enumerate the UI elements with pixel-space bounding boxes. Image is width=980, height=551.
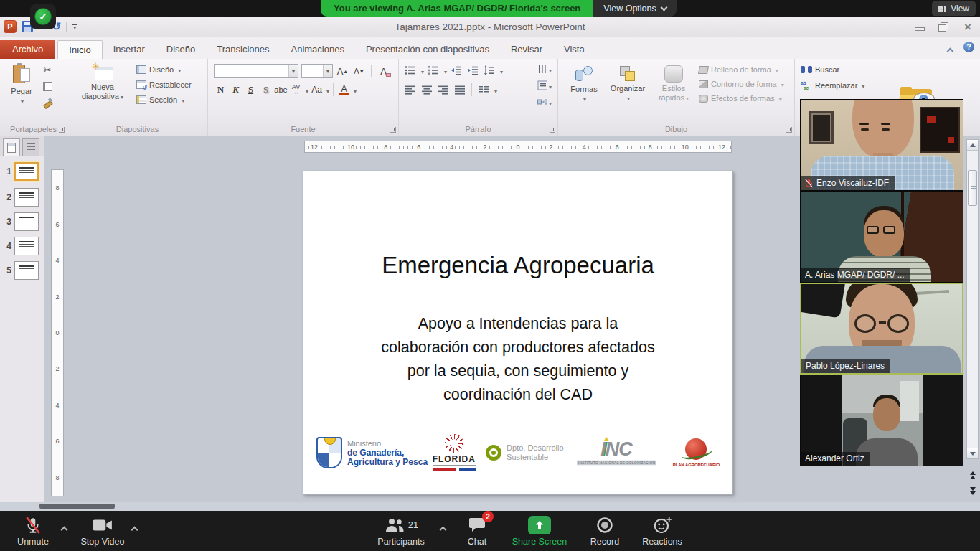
shape-effects-button[interactable]: Efectos de formas <box>699 94 784 103</box>
dialog-launcher-icon[interactable] <box>550 127 555 133</box>
find-button[interactable]: Buscar <box>801 65 864 74</box>
view-options-button[interactable]: View Options <box>593 0 676 17</box>
gallery-view-button[interactable]: View <box>932 1 976 16</box>
shape-fill-button[interactable]: Relleno de forma <box>699 65 784 74</box>
align-left-button[interactable] <box>403 83 418 96</box>
section-button[interactable]: Sección <box>136 95 192 104</box>
tab-vista[interactable]: Vista <box>553 40 595 59</box>
chevron-down-icon <box>352 83 357 96</box>
scroll-up-button[interactable] <box>967 140 978 151</box>
align-text-button[interactable] <box>537 79 552 92</box>
minimize-button[interactable] <box>914 22 924 32</box>
quick-styles-button[interactable]: Estilos rápidos <box>653 65 694 103</box>
slide-thumbnail-2[interactable]: 2 <box>3 188 39 207</box>
participants-options-chevron[interactable] <box>440 522 448 529</box>
new-slide-button[interactable]: ✳ Nueva diapositiva <box>76 63 129 102</box>
character-spacing-button[interactable]: AV↔ <box>289 83 303 97</box>
numbering-button[interactable] <box>426 64 440 77</box>
smartart-button[interactable] <box>537 95 552 108</box>
reset-button[interactable]: Restablecer <box>136 80 192 89</box>
paste-button[interactable]: Pegar <box>6 63 37 106</box>
clear-formatting-button[interactable]: A <box>377 64 390 78</box>
tab-presentacion[interactable]: Presentación con diapositivas <box>355 40 500 59</box>
format-painter-button[interactable] <box>42 98 53 108</box>
italic-button[interactable]: K <box>229 83 242 97</box>
video-options-chevron[interactable] <box>132 522 139 529</box>
chat-badge: 2 <box>482 511 494 522</box>
chat-button[interactable]: 2 Chat <box>456 515 498 547</box>
line-spacing-button[interactable] <box>482 64 496 77</box>
dialog-launcher-icon[interactable] <box>59 127 65 133</box>
scroll-down-button[interactable] <box>967 448 978 458</box>
next-slide-button[interactable] <box>967 484 979 498</box>
copy-button[interactable] <box>42 81 53 91</box>
justify-button[interactable] <box>453 83 467 96</box>
underline-button[interactable]: S <box>244 83 258 97</box>
shrink-font-button[interactable]: A▼ <box>352 64 366 78</box>
arrange-button[interactable]: Organizar <box>606 65 650 103</box>
align-center-button[interactable] <box>420 83 434 96</box>
participants-button[interactable]: 21 Participants <box>363 515 439 547</box>
share-screen-button[interactable]: Share Screen <box>509 515 570 547</box>
slide-canvas[interactable]: Emergencia Agropecuaria Apoyo a Intenden… <box>303 171 733 495</box>
tab-insertar[interactable]: Insertar <box>103 40 156 59</box>
text-shadow-button[interactable]: S <box>259 83 273 97</box>
strikethrough-button[interactable]: abe <box>274 83 288 97</box>
restore-button[interactable] <box>938 22 948 32</box>
columns-button[interactable] <box>476 83 491 96</box>
stop-video-button[interactable]: Stop Video <box>75 515 131 547</box>
reactions-button[interactable]: Reactions <box>636 515 689 547</box>
previous-slide-button[interactable] <box>967 468 979 482</box>
record-button[interactable]: Record <box>580 515 630 547</box>
shape-outline-button[interactable]: Contorno de forma <box>699 80 784 88</box>
bullets-button[interactable] <box>403 64 418 77</box>
slide-thumbnail-3[interactable]: 3 <box>3 212 39 231</box>
font-color-button[interactable]: A <box>337 83 351 97</box>
powerpoint-app-icon[interactable]: P <box>4 20 17 33</box>
tab-revisar[interactable]: Revisar <box>500 40 553 59</box>
dialog-launcher-icon[interactable] <box>786 127 792 133</box>
meeting-info-button[interactable]: ✓ <box>30 4 56 29</box>
participant-tile[interactable]: Enzo Viscailuz-IDF <box>800 99 963 191</box>
participant-tile-active-speaker[interactable]: Pablo López-Linares <box>800 283 963 375</box>
chevron-down-icon <box>660 4 667 11</box>
slide-thumbnail-4[interactable]: 4 <box>3 237 39 255</box>
decrease-indent-button[interactable] <box>449 64 463 77</box>
unmute-button[interactable]: Unmute <box>10 515 56 547</box>
layout-button[interactable]: Diseño <box>136 65 192 74</box>
tab-animaciones[interactable]: Animaciones <box>280 40 354 59</box>
scrollbar-thumb[interactable] <box>968 170 977 206</box>
shapes-button[interactable]: Formas <box>565 65 603 104</box>
dialog-launcher-icon[interactable] <box>390 127 396 133</box>
grow-font-button[interactable]: A▲ <box>336 64 349 78</box>
font-size-combo[interactable]: ▾ <box>301 64 333 78</box>
font-name-combo[interactable]: ▾ <box>214 64 298 78</box>
text-direction-button[interactable] <box>537 62 552 75</box>
font-row-2: N K S S abe AV↔ Aa A <box>214 83 357 97</box>
tab-inicio[interactable]: Inicio <box>57 40 102 59</box>
slide-thumbnail-5[interactable]: 5 <box>3 261 39 280</box>
qat-customize-button[interactable]: ▾ <box>72 24 77 29</box>
tab-esquema[interactable] <box>22 138 39 156</box>
tab-diapositivas[interactable] <box>3 138 20 156</box>
slide-thumbnail-1[interactable]: 1 <box>3 162 39 181</box>
panel-tabs <box>0 136 44 156</box>
tab-transiciones[interactable]: Transiciones <box>206 40 280 59</box>
minimize-ribbon-button[interactable] <box>948 44 955 51</box>
divider <box>471 83 472 96</box>
bold-button[interactable]: N <box>214 83 227 97</box>
replace-button[interactable]: abacReemplazar <box>801 80 864 90</box>
tab-archivo[interactable]: Archivo <box>0 40 55 59</box>
participant-tile[interactable]: Alexander Ortiz <box>800 375 963 466</box>
audio-options-chevron[interactable] <box>62 522 69 529</box>
group-label: Portapapeles <box>0 125 67 133</box>
cut-button[interactable]: ✂ <box>42 65 53 75</box>
tab-diseno[interactable]: Diseño <box>156 40 206 59</box>
align-right-button[interactable] <box>436 83 451 96</box>
participant-tile[interactable]: A. Arias MGAP/ DGDR/ ... <box>800 191 963 283</box>
change-case-button[interactable]: Aa <box>310 83 324 97</box>
vertical-scrollbar[interactable] <box>966 139 979 459</box>
help-icon[interactable]: ? <box>963 42 974 52</box>
close-button[interactable]: × <box>963 22 973 32</box>
increase-indent-button[interactable] <box>466 64 480 77</box>
